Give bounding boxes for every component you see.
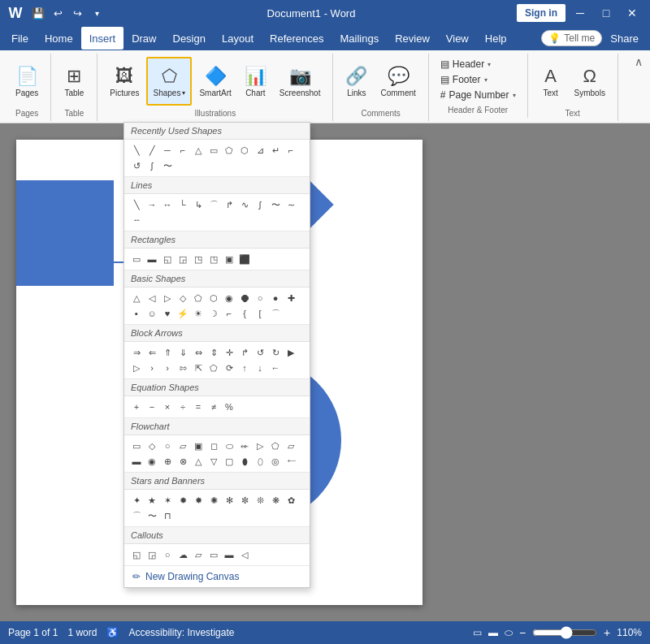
screenshot-button[interactable]: 📷 Screenshot xyxy=(274,57,327,106)
shape-pentagon[interactable]: ⬠ xyxy=(222,143,236,158)
callout-border-accent[interactable]: ▬ xyxy=(222,547,236,562)
shape-line-diag[interactable]: ╲ xyxy=(129,143,144,158)
fc-sequential[interactable]: ⬯ xyxy=(253,454,267,469)
bs-cube[interactable]: ▪ xyxy=(129,306,144,321)
star-12pt[interactable]: ✻ xyxy=(222,493,236,508)
pages-button[interactable]: 📄 Pages xyxy=(10,57,44,106)
shape-rect-corner[interactable]: ⌐ xyxy=(176,143,190,158)
ba-striped[interactable]: ▶ xyxy=(284,345,298,360)
fc-sort[interactable]: △ xyxy=(191,454,206,469)
ba-bent[interactable]: ↱ xyxy=(237,345,252,360)
fc-manual-input[interactable]: ▱ xyxy=(284,439,298,453)
rect-round2[interactable]: ▣ xyxy=(222,252,236,266)
shape-rtriangle[interactable]: ⊿ xyxy=(253,143,267,158)
bs-heptagon[interactable]: ◉ xyxy=(222,291,236,305)
fc-predefined[interactable]: ▣ xyxy=(191,439,206,453)
ba-ud[interactable]: ⇕ xyxy=(206,345,221,360)
line-double-arrow[interactable]: ↔ xyxy=(160,197,175,212)
shape-squiggle[interactable]: 〜 xyxy=(160,158,175,173)
star-4pt[interactable]: ✦ xyxy=(129,493,144,508)
eq-percent[interactable]: % xyxy=(222,400,236,414)
page-number-button[interactable]: # Page Number ▾ xyxy=(436,88,521,102)
fc-prepare[interactable]: ⬠ xyxy=(268,439,283,453)
bs-triangle[interactable]: △ xyxy=(129,291,144,305)
menu-mailings[interactable]: Mailings xyxy=(332,27,388,50)
bs-brace[interactable]: { xyxy=(237,306,252,321)
text-button[interactable]: A Text xyxy=(535,57,567,106)
fc-collate[interactable]: ⊗ xyxy=(176,454,190,469)
eq-equal[interactable]: = xyxy=(191,400,206,414)
line-curve-arrow[interactable]: ↱ xyxy=(222,197,236,212)
minimize-button[interactable]: ─ xyxy=(569,2,592,24)
star-24pt[interactable]: ❊ xyxy=(253,493,267,508)
star-16pt[interactable]: ✼ xyxy=(237,493,252,508)
ba-uturn[interactable]: ↺ xyxy=(253,345,267,360)
line-freeform[interactable]: ∫ xyxy=(253,197,267,212)
eq-plus[interactable]: + xyxy=(129,400,144,414)
fc-magnetic-disk[interactable]: ◎ xyxy=(268,454,283,469)
menu-design[interactable]: Design xyxy=(165,27,214,50)
menu-help[interactable]: Help xyxy=(477,27,515,50)
ba-callout1[interactable]: ⇰ xyxy=(176,361,190,375)
star-6pt[interactable]: ✶ xyxy=(160,493,175,508)
blue-square-shape[interactable] xyxy=(16,180,114,286)
rect-snip[interactable]: ◱ xyxy=(160,252,175,266)
view-normal-icon[interactable]: ▭ xyxy=(473,627,482,638)
star-8pt[interactable]: ✸ xyxy=(191,493,206,508)
ba-left[interactable]: ⇐ xyxy=(145,345,159,360)
callout-rect[interactable]: ◱ xyxy=(129,547,144,562)
bs-bracket[interactable]: [ xyxy=(253,306,267,321)
ba-right[interactable]: ⇒ xyxy=(129,345,144,360)
bs-moon[interactable]: ☽ xyxy=(206,306,221,321)
zoom-in-button[interactable]: + xyxy=(604,626,610,639)
fc-multidoc[interactable]: ⬰ xyxy=(237,439,252,453)
callout-no-border[interactable]: ▱ xyxy=(191,547,206,562)
bs-sun[interactable]: ☀ xyxy=(191,306,206,321)
symbols-button[interactable]: Ω Symbols xyxy=(569,57,611,106)
ba-down2[interactable]: ↓ xyxy=(253,361,267,375)
ba-down[interactable]: ⇓ xyxy=(176,345,190,360)
fc-terminator[interactable]: ○ xyxy=(160,439,175,453)
star-explosion2[interactable]: ✿ xyxy=(284,493,298,508)
bs-lightning[interactable]: ⚡ xyxy=(176,306,190,321)
share-button[interactable]: Share xyxy=(602,27,647,50)
callout-round[interactable]: ◲ xyxy=(145,547,159,562)
close-button[interactable]: ✕ xyxy=(621,2,644,24)
zoom-slider[interactable] xyxy=(532,626,597,639)
ba-quad[interactable]: ✛ xyxy=(222,345,236,360)
comment-button[interactable]: 💬 Comment xyxy=(375,57,421,106)
shape-rect[interactable]: ▭ xyxy=(206,143,221,158)
line-arrow[interactable]: → xyxy=(145,197,159,212)
menu-review[interactable]: Review xyxy=(387,27,438,50)
eq-notequal[interactable]: ≠ xyxy=(206,400,221,414)
customize-icon[interactable]: ▾ xyxy=(88,4,106,22)
eq-minus[interactable]: − xyxy=(145,400,159,414)
shape-freeform[interactable]: ∫ xyxy=(145,158,159,173)
shape-arrow-bend[interactable]: ↵ xyxy=(268,143,283,158)
restore-button[interactable]: □ xyxy=(595,2,618,24)
callout-cloud[interactable]: ☁ xyxy=(176,547,190,562)
shape-line-h[interactable]: ─ xyxy=(160,143,175,158)
star-5pt[interactable]: ★ xyxy=(145,493,159,508)
shapes-button[interactable]: ⬠ Shapes ▾ xyxy=(146,57,192,106)
fc-decision[interactable]: ◇ xyxy=(145,439,159,453)
bs-oval[interactable]: ○ xyxy=(253,291,267,305)
line-elbow-arrow[interactable]: ↳ xyxy=(191,197,206,212)
ba-pentagon[interactable]: ⬠ xyxy=(206,361,221,375)
callout-oval[interactable]: ○ xyxy=(160,547,175,562)
save-icon[interactable]: 💾 xyxy=(29,4,47,22)
rect-frame[interactable]: ⬛ xyxy=(237,252,252,266)
bs-octagon[interactable]: ⯃ xyxy=(237,291,252,305)
ba-circular[interactable]: ⟳ xyxy=(222,361,236,375)
ba-chevron2[interactable]: › xyxy=(160,361,175,375)
menu-file[interactable]: File xyxy=(3,27,37,50)
ba-up2[interactable]: ↑ xyxy=(237,361,252,375)
star-7pt[interactable]: ✹ xyxy=(176,493,190,508)
menu-draw[interactable]: Draw xyxy=(124,27,164,50)
line-squiggle[interactable]: ∿ xyxy=(237,197,252,212)
fc-manual-op[interactable]: ▷ xyxy=(253,439,267,453)
shape-hexagon[interactable]: ⬡ xyxy=(237,143,252,158)
menu-layout[interactable]: Layout xyxy=(214,27,262,50)
fc-data[interactable]: ▱ xyxy=(176,439,190,453)
rect-round[interactable]: ▬ xyxy=(145,252,159,266)
